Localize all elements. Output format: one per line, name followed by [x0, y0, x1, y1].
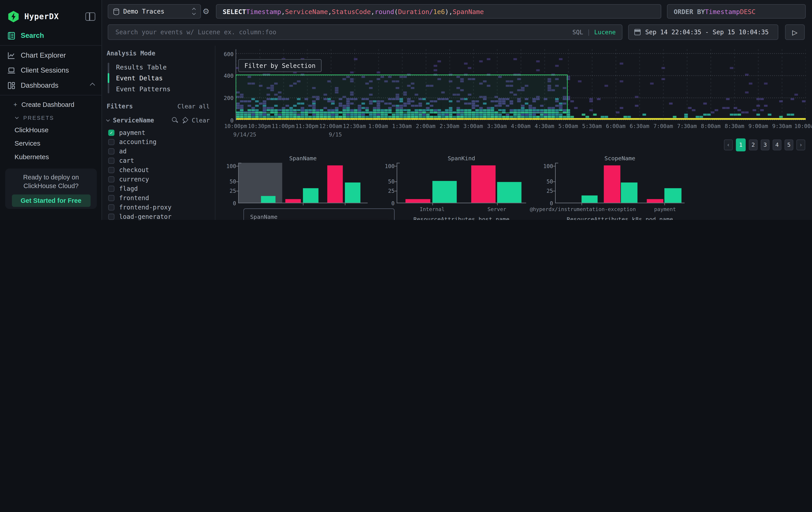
run-query-button[interactable]: ▷ [785, 24, 805, 40]
bar[interactable] [303, 188, 318, 203]
filter-checkbox-row[interactable]: ad [107, 147, 210, 156]
checkbox[interactable]: ✓ [108, 130, 115, 136]
checkbox[interactable] [108, 158, 115, 164]
y-axis-tick [395, 191, 397, 191]
collapse-sidebar-icon[interactable] [85, 12, 95, 21]
checkbox[interactable] [108, 167, 115, 173]
filter-checkbox-row[interactable]: accounting [107, 137, 210, 147]
sidebar-item-search[interactable]: Search [0, 28, 102, 43]
bar[interactable] [621, 183, 638, 203]
get-started-button[interactable]: Get Started for Free [11, 194, 90, 207]
analysis-mode-option[interactable]: Event Patterns [112, 83, 210, 95]
sidebar-item-services[interactable]: Services [0, 137, 102, 151]
order-by-input[interactable]: ORDER BY Timestamp DESC [667, 4, 806, 19]
dashboards-submenu: +Create Dashboard PRESETS ClickHouse Ser… [0, 96, 102, 167]
checkbox[interactable] [108, 139, 115, 145]
filter-value-label: payment [119, 129, 145, 136]
database-icon [113, 8, 119, 15]
bar[interactable] [581, 195, 598, 203]
pagination-page-button[interactable]: 4 [773, 140, 782, 151]
bar[interactable] [345, 183, 360, 203]
filter-by-selection-button[interactable]: Filter by Selection [238, 59, 322, 72]
sidebar-item-clickhouse[interactable]: ClickHouse [0, 123, 102, 137]
bar[interactable] [497, 182, 522, 203]
y-axis-label: 50 [388, 179, 395, 185]
presets-header[interactable]: PRESETS [0, 111, 102, 123]
bar[interactable] [285, 199, 301, 203]
filter-checkbox-row[interactable]: frontend [107, 193, 210, 203]
checkbox[interactable] [108, 195, 115, 201]
bar[interactable] [327, 165, 343, 203]
bar[interactable] [647, 199, 663, 203]
mini-bar-chart-spankind[interactable]: SpanKind10050250InternalServer [384, 155, 543, 216]
filter-checkbox-row[interactable]: ✓payment [107, 128, 210, 137]
pagination-page-button[interactable]: 3 [761, 140, 770, 151]
mini-bar-chart-scopename[interactable]: ScopeName10050250@hyperdx/instrumentatio… [543, 155, 701, 216]
filter-group: ServiceNameClear✓paymentaccountingadcart… [107, 115, 210, 220]
mini-bar-chart-podname[interactable]: ResourceAttributes.k8s.pod.name10050250p… [543, 216, 701, 220]
x-axis-label: 3:00am [463, 123, 483, 129]
analysis-mode-option[interactable]: Event Deltas [112, 73, 210, 83]
filter-value-label: cart [119, 157, 134, 164]
x-axis-label: 5:30am [582, 123, 602, 129]
filter-checkbox-row[interactable]: frontend-proxy [107, 203, 210, 212]
bar[interactable] [261, 196, 276, 203]
filter-checkbox-row[interactable]: checkout [107, 165, 210, 175]
filter-value-label: frontend-proxy [119, 204, 172, 211]
filter-group-header: ServiceNameClear [107, 115, 210, 126]
sidebar-item-chart-explorer[interactable]: Chart Explorer [0, 48, 102, 63]
pagination-page-button[interactable]: 5 [784, 140, 793, 151]
sql-select-input[interactable]: SELECT Timestamp, ServiceName, StatusCod… [216, 4, 661, 19]
x-axis-label: 6:00am [606, 123, 626, 129]
x-axis-label: 10:30pm [248, 123, 271, 129]
heatmap-selection[interactable] [236, 75, 568, 113]
checkbox[interactable] [108, 176, 115, 183]
settings-gear-icon[interactable]: ⚙ [203, 7, 209, 16]
clear-all-button[interactable]: Clear all [177, 103, 210, 110]
pagination-page-button[interactable]: 2 [749, 140, 758, 151]
checkbox[interactable] [108, 204, 115, 211]
search-input[interactable] [115, 28, 573, 36]
lucene-mode-toggle[interactable]: Lucene [594, 28, 616, 36]
y-axis-tick [553, 191, 556, 191]
bar[interactable] [664, 188, 681, 203]
checkbox[interactable] [108, 186, 115, 192]
create-dashboard-button[interactable]: +Create Dashboard [0, 99, 102, 111]
hyperdx-logo-icon [7, 10, 20, 23]
checkbox[interactable] [108, 148, 115, 155]
chevron-down-icon[interactable] [106, 118, 110, 121]
source-select[interactable]: Demo Traces [108, 4, 201, 19]
sql-mode-toggle[interactable]: SQL [573, 28, 583, 36]
filter-checkbox-row[interactable]: currency [107, 175, 210, 184]
analysis-mode-option[interactable]: Results Table [112, 62, 210, 73]
chart-title: ScopeName [555, 155, 685, 162]
checkbox[interactable] [108, 214, 115, 220]
x-axis-label: 8:30am [725, 123, 744, 129]
y-axis-tick [553, 182, 556, 182]
sidebar-item-label: Dashboards [21, 81, 58, 89]
pagination-page-button[interactable]: 1 [736, 138, 746, 152]
filter-checkbox-row[interactable]: flagd [107, 184, 210, 193]
sidebar-item-client-sessions[interactable]: Client Sessions [0, 63, 102, 78]
sidebar-item-dashboards[interactable]: Dashboards [0, 78, 102, 93]
date-range-picker[interactable]: Sep 14 22:04:35 - Sep 15 10:04:35 [628, 24, 778, 40]
mini-bar-chart-hostname[interactable]: ResourceAttributes.host.name10050250paym… [384, 216, 543, 220]
dashboards-icon [7, 81, 16, 89]
bar[interactable] [432, 181, 457, 203]
x-axis-label: Internal [419, 206, 444, 212]
mini-bar-chart-spanname[interactable]: SpanName10050250 [226, 155, 384, 216]
search-icon[interactable] [172, 117, 178, 123]
filter-checkbox-row[interactable]: load-generator [107, 212, 210, 220]
pagination-next-button[interactable]: › [796, 140, 805, 151]
bar[interactable] [604, 165, 620, 203]
filter-checkbox-row[interactable]: cart [107, 156, 210, 165]
pin-icon[interactable] [182, 117, 188, 123]
pagination-prev-button[interactable]: ‹ [724, 140, 733, 151]
sidebar-item-kubernetes[interactable]: Kubernetes [0, 150, 102, 164]
y-axis-label: 200 [224, 95, 233, 101]
clear-filter-button[interactable]: Clear [192, 117, 210, 124]
bar[interactable] [471, 165, 496, 203]
x-axis-label: 3:30am [487, 123, 507, 129]
y-axis-label: 0 [230, 117, 234, 123]
bar[interactable] [406, 199, 430, 203]
